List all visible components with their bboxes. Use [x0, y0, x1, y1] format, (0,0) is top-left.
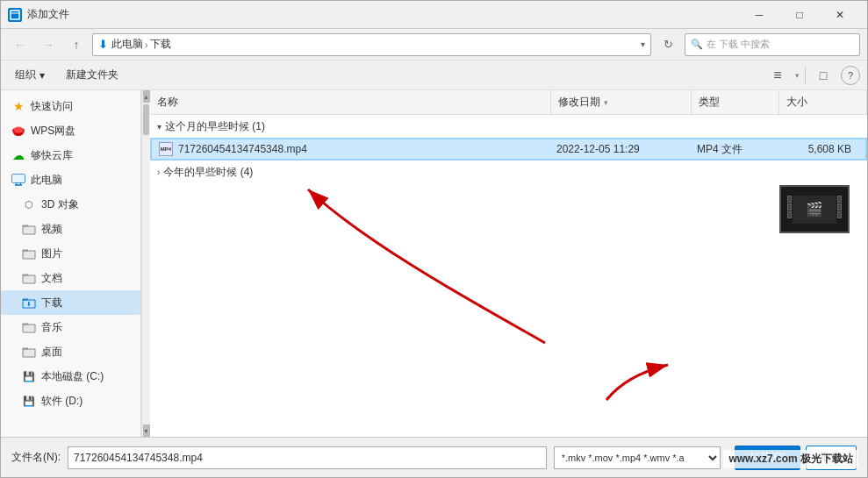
layout-toggle-button[interactable]: □	[811, 64, 836, 87]
path-segment-downloads: 下载	[150, 37, 171, 52]
watermark: www.xz7.com 极光下载站	[723, 450, 858, 468]
group-header-this-year[interactable]: › 今年的早些时候 (4)	[150, 161, 867, 183]
sidebar-item-wps[interactable]: WPS网盘	[1, 118, 140, 143]
maximize-button[interactable]: □	[779, 1, 820, 29]
wps-cloud-icon	[11, 124, 25, 138]
pc-icon	[11, 173, 25, 187]
help-button[interactable]: ?	[841, 66, 860, 85]
svg-rect-0	[11, 11, 19, 19]
filetype-select[interactable]: *.mkv *.mov *.mp4 *.wmv *.a	[554, 446, 721, 469]
window-title: 添加文件	[27, 7, 739, 22]
file-cell-type: MP4 文件	[690, 142, 778, 157]
col-type-label: 类型	[699, 95, 720, 110]
sidebar-item-label-music: 音乐	[41, 320, 62, 335]
video-folder-icon	[22, 222, 36, 236]
column-headers: 名称 修改日期 ▾ 类型 大小	[150, 90, 867, 115]
secondary-toolbar: 组织 ▾ 新建文件夹 ≡ ▾ □ ?	[1, 61, 867, 90]
star-icon: ★	[11, 99, 25, 113]
sidebar-item-this-pc[interactable]: 此电脑	[1, 168, 140, 192]
scroll-track-area	[143, 103, 149, 424]
documents-folder-icon	[22, 271, 36, 285]
path-separator-1: ›	[145, 39, 148, 50]
scroll-thumb[interactable]	[143, 104, 149, 135]
search-icon: 🔍	[691, 39, 703, 50]
sidebar-item-label-3d: 3D 对象	[41, 197, 79, 212]
new-folder-button[interactable]: 新建文件夹	[59, 64, 126, 87]
sidebar-item-videos[interactable]: 视频	[1, 217, 140, 241]
col-name-label: 名称	[157, 95, 178, 110]
group-header-this-month[interactable]: ▾ 这个月的早些时候 (1)	[150, 115, 867, 138]
sidebar-scrollbar[interactable]: ▲ ▼	[141, 90, 150, 437]
address-dropdown-icon[interactable]: ▾	[641, 39, 645, 49]
sidebar-item-label-downloads: 下载	[41, 296, 62, 310]
sidebar-item-music[interactable]: 音乐	[1, 315, 140, 339]
group-chevron-expand: ▾	[157, 122, 161, 132]
svg-rect-7	[12, 175, 25, 182]
up-button[interactable]: ↑	[64, 32, 89, 57]
address-path: 此电脑 › 下载	[111, 37, 634, 52]
window-icon	[8, 8, 22, 22]
sidebar-item-photos[interactable]: 图片	[1, 241, 140, 266]
group-chevron-collapsed: ›	[157, 168, 160, 177]
toolbar2-right: ≡ ▾ □ ?	[765, 64, 860, 87]
film-cell	[787, 211, 792, 218]
window-controls: ─ □ ✕	[739, 1, 860, 29]
film-cell	[837, 211, 842, 218]
view-options-button[interactable]: ≡	[765, 64, 790, 87]
filename-input[interactable]	[68, 446, 547, 469]
content-area: 名称 修改日期 ▾ 类型 大小 ▾ 这个月的	[150, 90, 867, 437]
file-item-mp4[interactable]: MP4 717260454134745348.mp4 2022-12-05 11…	[150, 138, 867, 161]
music-folder-icon	[22, 320, 36, 334]
organize-button[interactable]: 组织 ▾	[8, 64, 52, 87]
scroll-up-btn[interactable]: ▲	[143, 90, 150, 103]
refresh-button[interactable]: ↻	[658, 35, 678, 54]
group-name-this-year: 今年的早些时候 (4)	[163, 165, 253, 180]
navigation-toolbar: ← → ↑ ⬇ 此电脑 › 下载 ▾ ↻ 🔍 在 下载 中搜索	[1, 29, 867, 61]
svg-text:⬇: ⬇	[26, 301, 32, 307]
sidebar-item-desktop[interactable]: 桌面	[1, 339, 140, 364]
sidebar-item-documents[interactable]: 文档	[1, 266, 140, 290]
video-thumbnail: 🎬	[779, 185, 850, 233]
sidebar-item-label-photos: 图片	[41, 246, 62, 261]
sidebar-item-label-documents: 文档	[41, 271, 62, 286]
sidebar-item-label-quick-cloud: 够快云库	[31, 148, 73, 163]
col-header-name[interactable]: 名称	[150, 90, 551, 114]
disk-c-icon: 💾	[22, 369, 36, 383]
col-size-label: 大小	[786, 95, 807, 110]
sort-icon: ▾	[604, 98, 608, 107]
back-button[interactable]: ←	[8, 32, 32, 57]
sidebar-item-quick-access[interactable]: ★ 快速访问	[1, 94, 140, 118]
filename-label: 文件名(N):	[11, 450, 61, 465]
sidebar-item-software-d[interactable]: 💾 软件 (D:)	[1, 389, 140, 413]
film-strip-right	[837, 196, 842, 224]
toolbar-divider	[805, 67, 806, 84]
film-icon: 🎬	[806, 201, 823, 218]
downloads-folder-icon: ⬇	[22, 296, 36, 310]
title-bar: 添加文件 ─ □ ✕	[1, 1, 867, 29]
organize-chevron: ▾	[39, 69, 45, 82]
video-preview: 🎬	[793, 196, 836, 224]
sidebar-item-downloads[interactable]: ⬇ 下载	[1, 290, 140, 315]
address-bar[interactable]: ⬇ 此电脑 › 下载 ▾	[92, 33, 651, 56]
sidebar: ★ 快速访问 WPS网盘 ☁ 够快云库	[1, 90, 141, 437]
sidebar-item-quick-cloud[interactable]: ☁ 够快云库	[1, 143, 140, 168]
sidebar-item-local-disk-c[interactable]: 💾 本地磁盘 (C:)	[1, 364, 140, 389]
col-header-modified[interactable]: 修改日期 ▾	[551, 90, 692, 114]
path-segment-pc: 此电脑	[111, 37, 143, 52]
minimize-button[interactable]: ─	[739, 1, 779, 29]
watermark-text: www.xz7.com	[728, 453, 797, 465]
sidebar-item-3d[interactable]: ⬡ 3D 对象	[1, 192, 140, 217]
forward-button[interactable]: →	[36, 32, 61, 57]
3d-icon: ⬡	[22, 197, 36, 211]
film-strip: 🎬	[787, 196, 842, 224]
sidebar-item-label-desktop: 桌面	[41, 345, 62, 360]
file-cell-size: 5,608 KB	[778, 143, 865, 155]
organize-label: 组织	[15, 68, 36, 82]
col-header-size[interactable]: 大小	[779, 90, 867, 114]
disk-d-icon: 💾	[22, 394, 36, 408]
main-window: 添加文件 ─ □ ✕ ← → ↑ ⬇ 此电脑 › 下载 ▾ ↻ 🔍 在 下载 中…	[0, 0, 868, 478]
search-bar[interactable]: 🔍 在 下载 中搜索	[685, 33, 860, 56]
col-header-type[interactable]: 类型	[692, 90, 779, 114]
scroll-down-btn[interactable]: ▼	[143, 424, 150, 437]
close-button[interactable]: ✕	[820, 1, 860, 29]
